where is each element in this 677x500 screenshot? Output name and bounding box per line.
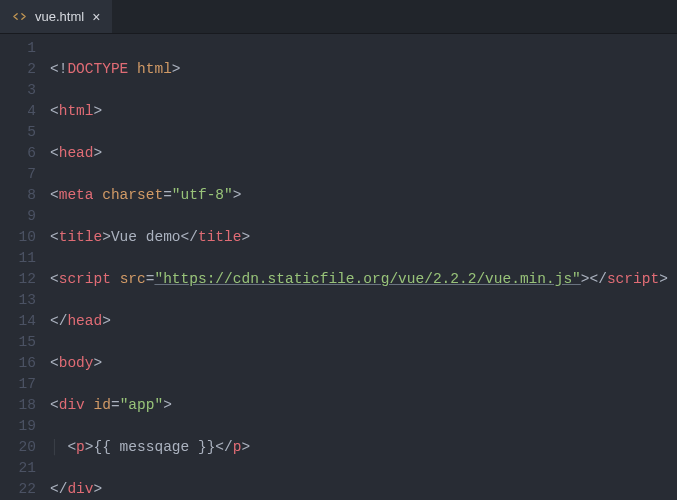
code-area[interactable]: <!DOCTYPE html> <html> <head> <meta char… — [50, 38, 677, 500]
code-file-icon — [12, 9, 27, 24]
line-number-gutter: 1 2 3 4 5 6 7 8 9 10 11 12 13 14 15 16 1… — [0, 38, 50, 500]
code-line: <html> — [50, 101, 677, 122]
line-number: 7 — [0, 164, 36, 185]
code-line: <script src="https://cdn.staticfile.org/… — [50, 269, 677, 290]
code-line: <!DOCTYPE html> — [50, 59, 677, 80]
line-number: 17 — [0, 374, 36, 395]
line-number: 3 — [0, 80, 36, 101]
line-number: 15 — [0, 332, 36, 353]
code-line: <body> — [50, 353, 677, 374]
line-number: 13 — [0, 290, 36, 311]
close-icon[interactable]: × — [92, 10, 100, 24]
line-number: 1 — [0, 38, 36, 59]
code-line: <title>Vue demo</title> — [50, 227, 677, 248]
line-number: 19 — [0, 416, 36, 437]
line-number: 8 — [0, 185, 36, 206]
line-number: 6 — [0, 143, 36, 164]
line-number: 16 — [0, 353, 36, 374]
editor[interactable]: 1 2 3 4 5 6 7 8 9 10 11 12 13 14 15 16 1… — [0, 34, 677, 500]
line-number: 2 — [0, 59, 36, 80]
line-number: 5 — [0, 122, 36, 143]
code-line: <head> — [50, 143, 677, 164]
line-number: 21 — [0, 458, 36, 479]
code-line: │ <p>{{ messqage }}</p> — [50, 437, 677, 458]
line-number: 11 — [0, 248, 36, 269]
line-number: 4 — [0, 101, 36, 122]
line-number: 12 — [0, 269, 36, 290]
line-number: 18 — [0, 395, 36, 416]
line-number: 9 — [0, 206, 36, 227]
code-line: <meta charset="utf-8"> — [50, 185, 677, 206]
line-number: 10 — [0, 227, 36, 248]
code-line: </head> — [50, 311, 677, 332]
tab-bar: vue.html × — [0, 0, 677, 34]
code-line: <div id="app"> — [50, 395, 677, 416]
code-line: </div> — [50, 479, 677, 500]
line-number: 20 — [0, 437, 36, 458]
tab-filename: vue.html — [35, 9, 84, 24]
tab-vue-html[interactable]: vue.html × — [0, 0, 112, 33]
line-number: 22 — [0, 479, 36, 500]
line-number: 14 — [0, 311, 36, 332]
